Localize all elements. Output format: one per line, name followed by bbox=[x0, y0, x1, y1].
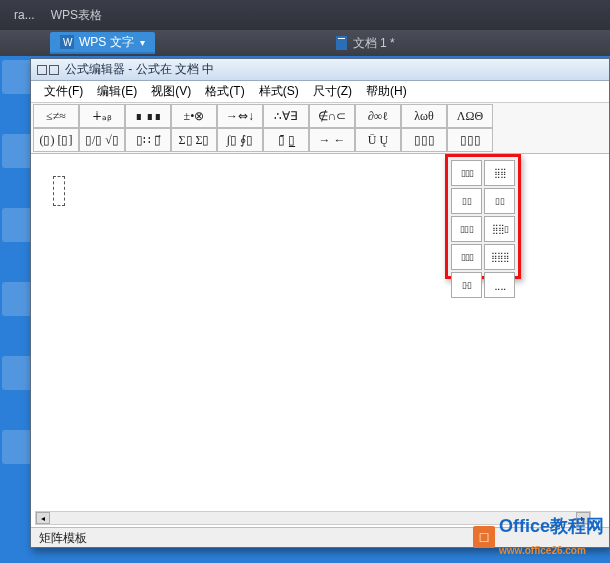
watermark-logo: □ Office教程网 www.office26.com bbox=[473, 514, 604, 559]
toolbar-row-2: (▯) [▯] ▯/▯ √▯ ▯∷ ▯⃗ Σ▯ Σ▯ ∫▯ ∮▯ ▯̄ ▯̲ →… bbox=[33, 128, 607, 152]
taskbar-item[interactable]: WPS表格 bbox=[43, 7, 110, 24]
tool-embellish[interactable]: ∎ ∎∎ bbox=[125, 104, 171, 128]
chevron-down-icon: ▾ bbox=[140, 37, 145, 48]
wps-tab-label: WPS 文字 bbox=[79, 34, 134, 51]
menu-bar: 文件(F) 编辑(E) 视图(V) 格式(T) 样式(S) 尺寸(Z) 帮助(H… bbox=[31, 81, 609, 103]
matrix-option[interactable]: ▯▯▯ bbox=[451, 160, 482, 186]
window-title: 公式编辑器 - 公式在 文档 中 bbox=[65, 61, 214, 78]
equation-canvas[interactable]: ▯▯▯ ⣿⣿ ▯ ▯ ▯ ▯ ▯▯ ▯ ⣿⣿▯ ▯▯▯ ⣿⣿⣿ ▯·▯ ⣀⣀ bbox=[31, 154, 609, 534]
matrix-option[interactable]: ▯▯▯ bbox=[451, 244, 482, 270]
tool-spacing[interactable]: ∔ₐᵦ bbox=[79, 104, 125, 128]
title-bar[interactable]: 公式编辑器 - 公式在 文档 中 bbox=[31, 59, 609, 81]
tool-labeled-arrows[interactable]: → ← bbox=[309, 128, 355, 152]
matrix-option[interactable]: ⣿⣿ bbox=[484, 160, 515, 186]
wps-active-tab[interactable]: W WPS 文字 ▾ bbox=[50, 32, 155, 54]
status-text: 矩阵模板 bbox=[39, 531, 87, 545]
scroll-left-button[interactable]: ◂ bbox=[36, 512, 50, 524]
matrix-template-dropdown: ▯▯▯ ⣿⣿ ▯ ▯ ▯ ▯ ▯▯ ▯ ⣿⣿▯ ▯▯▯ ⣿⣿⣿ ▯·▯ ⣀⣀ bbox=[445, 154, 521, 279]
tool-subsup[interactable]: ▯∷ ▯⃗ bbox=[125, 128, 171, 152]
tool-fraction[interactable]: ▯/▯ √▯ bbox=[79, 128, 125, 152]
tool-greek-upper[interactable]: ΛΩΘ bbox=[447, 104, 493, 128]
system-taskbar: ra... WPS表格 bbox=[0, 0, 610, 30]
tool-fences[interactable]: (▯) [▯] bbox=[33, 128, 79, 152]
watermark-url: www.office26.com bbox=[499, 545, 586, 556]
tool-operators[interactable]: ±•⊗ bbox=[171, 104, 217, 128]
tool-matrix-template-2[interactable]: ▯▯▯ bbox=[447, 128, 493, 152]
tool-relational[interactable]: ≤≠≈ bbox=[33, 104, 79, 128]
matrix-option[interactable]: ▯ ▯ bbox=[484, 188, 515, 214]
tool-products[interactable]: Ū Ų bbox=[355, 128, 401, 152]
tool-integral[interactable]: ∫▯ ∮▯ bbox=[217, 128, 263, 152]
matrix-option[interactable]: ▯·▯ bbox=[451, 272, 482, 298]
menu-help[interactable]: 帮助(H) bbox=[359, 81, 414, 102]
document-title-text: 文档 1 * bbox=[353, 35, 395, 52]
menu-format[interactable]: 格式(T) bbox=[198, 81, 251, 102]
menu-size[interactable]: 尺寸(Z) bbox=[306, 81, 359, 102]
toolbar-row-1: ≤≠≈ ∔ₐᵦ ∎ ∎∎ ±•⊗ →⇔↓ ∴∀∃ ∉∩⊂ ∂∞ℓ λωθ ΛΩΘ bbox=[33, 104, 607, 128]
matrix-option[interactable]: ⣿⣿▯ bbox=[484, 216, 515, 242]
tool-logic[interactable]: ∴∀∃ bbox=[263, 104, 309, 128]
menu-edit[interactable]: 编辑(E) bbox=[90, 81, 144, 102]
menu-file[interactable]: 文件(F) bbox=[37, 81, 90, 102]
tool-matrix-template[interactable]: ▯▯▯ bbox=[401, 128, 447, 152]
matrix-option[interactable]: ⣿⣿⣿ bbox=[484, 244, 515, 270]
equation-placeholder[interactable] bbox=[53, 176, 65, 206]
tool-set[interactable]: ∉∩⊂ bbox=[309, 104, 355, 128]
tool-sum[interactable]: Σ▯ Σ▯ bbox=[171, 128, 217, 152]
svg-rect-3 bbox=[338, 38, 345, 39]
matrix-option[interactable]: ▯ ▯ bbox=[451, 188, 482, 214]
tool-misc[interactable]: ∂∞ℓ bbox=[355, 104, 401, 128]
tool-arrows[interactable]: →⇔↓ bbox=[217, 104, 263, 128]
wps-tab-row: W WPS 文字 ▾ 文档 1 * bbox=[0, 30, 610, 56]
tool-overunder[interactable]: ▯̄ ▯̲ bbox=[263, 128, 309, 152]
taskbar-item[interactable]: ra... bbox=[6, 8, 43, 22]
matrix-option[interactable]: ▯▯ ▯ bbox=[451, 216, 482, 242]
tool-greek-lower[interactable]: λωθ bbox=[401, 104, 447, 128]
document-title: 文档 1 * bbox=[335, 35, 395, 52]
document-icon bbox=[335, 36, 349, 50]
wps-word-icon: W bbox=[60, 35, 74, 49]
menu-style[interactable]: 样式(S) bbox=[252, 81, 306, 102]
svg-text:W: W bbox=[63, 37, 73, 48]
office-logo-icon: □ bbox=[473, 526, 495, 548]
watermark-suffix: 教程网 bbox=[550, 516, 604, 536]
symbol-toolbar: ≤≠≈ ∔ₐᵦ ∎ ∎∎ ±•⊗ →⇔↓ ∴∀∃ ∉∩⊂ ∂∞ℓ λωθ ΛΩΘ… bbox=[31, 103, 609, 154]
equation-editor-window: 公式编辑器 - 公式在 文档 中 文件(F) 编辑(E) 视图(V) 格式(T)… bbox=[30, 58, 610, 548]
matrix-option[interactable]: ⣀⣀ bbox=[484, 272, 515, 298]
titlebar-sys-icons bbox=[37, 65, 59, 75]
watermark-brand: Office bbox=[499, 516, 550, 536]
menu-view[interactable]: 视图(V) bbox=[144, 81, 198, 102]
